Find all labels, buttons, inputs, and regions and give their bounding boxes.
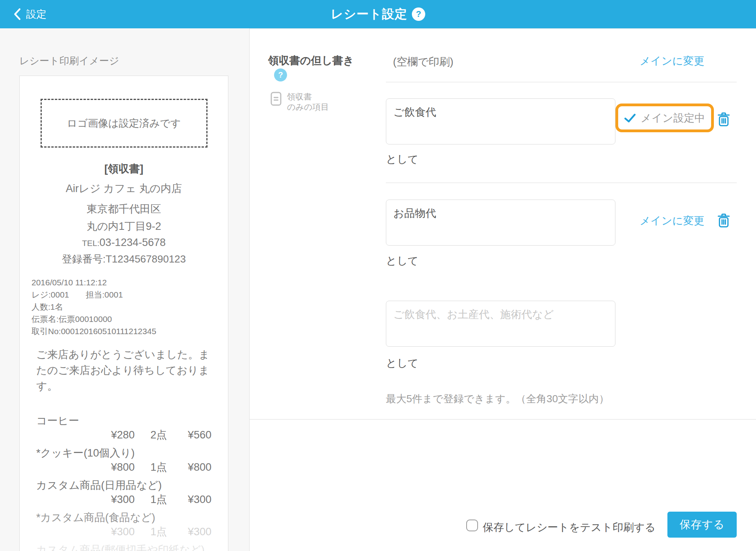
header-help-icon[interactable]: ? xyxy=(412,7,425,21)
suffix-label: として xyxy=(386,254,419,268)
receipt-settings-page: 設定 レシート設定 ? レシート印刷イメージ ロゴ画像は設定済みです [領収書]… xyxy=(0,0,756,551)
receipt-meta-line: 取引No:000120160510111212345 xyxy=(32,325,211,337)
item-name: コーヒー xyxy=(36,414,211,428)
divider xyxy=(386,183,737,183)
receipt-item: カスタム商品(日用品など) ¥300 1点 ¥300 xyxy=(36,478,211,507)
item-price: ¥300 xyxy=(36,525,135,539)
trash-icon xyxy=(716,212,731,229)
receipt-item: カスタム商品(郵便切手や印紙など) ¥84 1点 ¥84 xyxy=(36,543,211,551)
tel-number: 03-1234-5678 xyxy=(100,237,166,248)
back-label: 設定 xyxy=(26,7,46,21)
receipt-only-note-line2: のみの項目 xyxy=(287,102,329,112)
memo-input-3[interactable] xyxy=(386,301,615,347)
receipt-meta-line: 人数:1名 xyxy=(32,301,211,313)
change-main-link-2[interactable]: メインに変更 xyxy=(639,214,704,228)
logo-placeholder-box: ロゴ画像は設定済みです xyxy=(41,99,208,148)
item-qty: 1点 xyxy=(135,460,167,474)
item-amount: ¥300 xyxy=(167,492,211,507)
logo-placeholder-text: ロゴ画像は設定済みです xyxy=(67,116,181,130)
header-bar: 設定 レシート設定 ? xyxy=(0,0,756,28)
store-name: Airレジ カフェ 丸の内店 xyxy=(36,181,211,196)
item-price: ¥800 xyxy=(36,460,135,474)
suffix-label: として xyxy=(386,152,419,166)
suffix-label: として xyxy=(386,356,419,370)
receipt-meta-block: 2016/05/10 11:12:12 レジ:0001 担当:0001 人数:1… xyxy=(32,276,211,337)
change-main-link-1[interactable]: メインに変更 xyxy=(639,54,704,68)
item-price: ¥280 xyxy=(36,428,135,442)
item-qty: 1点 xyxy=(135,492,167,507)
receipt-only-note-line1: 領収書 xyxy=(287,92,329,102)
thanks-message: ご来店ありがとうございました。またのご来店お心より待ちしております。 xyxy=(36,347,211,394)
preview-title: レシート印刷イメージ xyxy=(19,54,119,67)
item-name: カスタム商品(日用品など) xyxy=(36,478,211,492)
header-title-wrap: レシート設定 ? xyxy=(0,6,756,22)
section-help-icon[interactable]: ? xyxy=(274,68,287,81)
tel-line: TEL:03-1234-5678 xyxy=(36,237,211,249)
address-line-1: 東京都千代田区 xyxy=(36,202,211,216)
limit-note: 最大5件まで登録できます。（全角30文字以内） xyxy=(386,392,609,406)
delete-memo-button-1[interactable] xyxy=(715,110,732,128)
item-price: ¥300 xyxy=(36,492,135,507)
receipt-item: *カスタム商品(食品など) ¥300 1点 ¥300 xyxy=(36,510,211,539)
receipt-meta-line: 2016/05/10 11:12:12 xyxy=(32,276,211,288)
item-name: *カスタム商品(食品など) xyxy=(36,510,211,525)
memo-input-1[interactable]: ご飲食代 xyxy=(386,98,615,144)
address-line-2: 丸の内1丁目9-2 xyxy=(36,219,211,233)
test-print-checkbox[interactable] xyxy=(466,520,478,531)
back-button[interactable]: 設定 xyxy=(13,0,46,28)
delete-memo-button-2[interactable] xyxy=(715,211,732,229)
item-name: *クッキー(10個入り) xyxy=(36,446,211,460)
item-qty: 2点 xyxy=(135,428,167,442)
receipt-meta-line: 伝票名:伝票00010000 xyxy=(32,313,211,325)
item-qty: 1点 xyxy=(135,525,167,539)
divider xyxy=(386,82,737,82)
receipt-card: ロゴ画像は設定済みです [領収書] Airレジ カフェ 丸の内店 東京都千代田区… xyxy=(19,76,228,551)
receipt-item: *クッキー(10個入り) ¥800 1点 ¥800 xyxy=(36,446,211,474)
receipt-only-note: 領収書 のみの項目 xyxy=(287,91,329,112)
item-name: カスタム商品(郵便切手や印紙など) xyxy=(36,543,211,551)
receipt-items: コーヒー ¥280 2点 ¥560 *クッキー(10個入り) ¥800 1点 ¥… xyxy=(36,414,211,551)
receipt-preview-panel: レシート印刷イメージ ロゴ画像は設定済みです [領収書] Airレジ カフェ 丸… xyxy=(0,28,250,551)
main-set-label: メイン設定中 xyxy=(641,111,705,125)
check-icon xyxy=(624,113,636,123)
page-title: レシート設定 xyxy=(331,6,407,22)
receipt-only-note-block: 領収書 のみの項目 xyxy=(270,91,329,112)
receipt-meta-line: レジ:0001 担当:0001 xyxy=(32,288,211,301)
back-chevron-icon xyxy=(13,8,21,20)
settings-panel: 領収書の但し書き ? 領収書 のみの項目 (空欄で印刷) メインに変更 ご飲食代 xyxy=(250,28,756,551)
item-amount: ¥800 xyxy=(167,460,211,474)
test-print-label[interactable]: 保存してレシートをテスト印刷する xyxy=(483,520,656,534)
memo-input-2[interactable]: お品物代 xyxy=(386,200,615,246)
tel-label: TEL: xyxy=(82,239,99,248)
item-amount: ¥300 xyxy=(167,525,211,539)
receipt-item: コーヒー ¥280 2点 ¥560 xyxy=(36,414,211,442)
item-amount: ¥560 xyxy=(167,428,211,442)
blank-print-hint: (空欄で印刷) xyxy=(393,55,454,69)
receipt-document-icon xyxy=(270,91,282,112)
divider xyxy=(250,419,756,420)
registration-line: 登録番号:T1234567890123 xyxy=(36,252,211,266)
save-button[interactable]: 保存する xyxy=(667,512,737,538)
trash-icon xyxy=(716,111,731,128)
main-set-badge: メイン設定中 xyxy=(615,104,714,132)
section-title: 領収書の但し書き xyxy=(268,54,354,68)
receipt-doc-type: [領収書] xyxy=(36,162,211,176)
